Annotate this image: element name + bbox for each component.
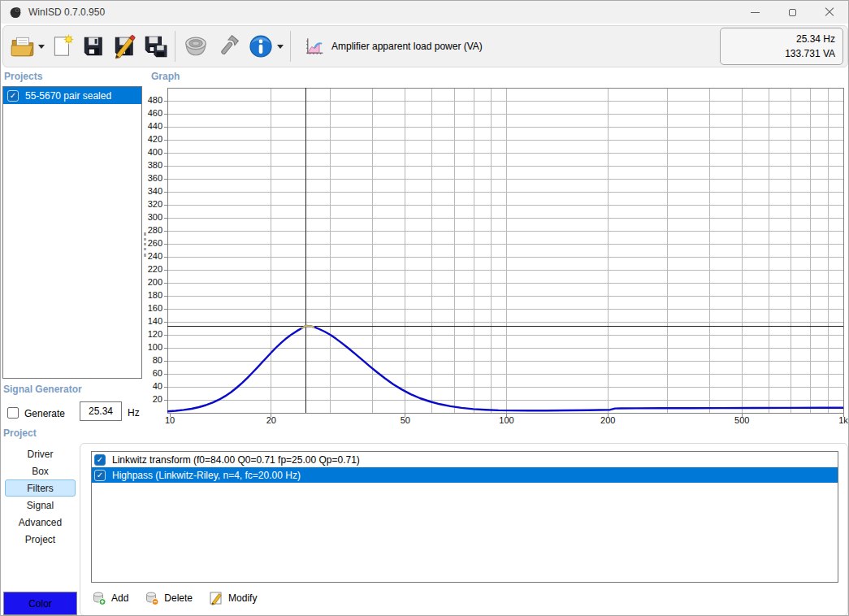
signal-generator-header: Signal Generator bbox=[3, 384, 82, 395]
filters-list[interactable]: ✓Linkwitz transform (f0=84.00 Q0=0.71 fp… bbox=[91, 451, 838, 583]
save-as-icon bbox=[142, 33, 168, 59]
minimize-button[interactable] bbox=[736, 1, 773, 24]
project-header: Project bbox=[3, 427, 37, 439]
driver-database-button[interactable] bbox=[180, 28, 212, 64]
graph-type-selector[interactable]: Amplifier apparent load power (VA) bbox=[301, 28, 486, 64]
graph-header: Graph bbox=[151, 71, 180, 82]
project-row[interactable]: ✓55-5670 pair sealed bbox=[3, 87, 141, 104]
save-icon bbox=[80, 33, 106, 59]
toolbar-separator bbox=[175, 31, 175, 62]
toolbar: Amplifier apparent load power (VA) 25.34… bbox=[2, 25, 848, 67]
open-project-button[interactable] bbox=[7, 28, 47, 64]
add-filter-label: Add bbox=[111, 592, 128, 604]
window-title: WinISD 0.7.0.950 bbox=[28, 7, 105, 18]
save-as-button[interactable] bbox=[140, 28, 171, 64]
filter-row-label: Linkwitz transform (f0=84.00 Q0=0.71 fp=… bbox=[112, 454, 360, 466]
maximize-icon bbox=[789, 9, 796, 16]
maximize-button[interactable] bbox=[773, 1, 811, 24]
add-filter-button[interactable]: Add bbox=[92, 591, 128, 605]
panel-splitter-grip[interactable] bbox=[144, 232, 146, 257]
save-modified-button[interactable] bbox=[109, 28, 140, 64]
filter-actions: Add Delete Modify bbox=[92, 591, 257, 605]
nav-item-advanced[interactable]: Advanced bbox=[5, 514, 76, 531]
toolbar-separator bbox=[290, 31, 291, 62]
nav-item-signal[interactable]: Signal bbox=[5, 497, 76, 514]
nav-item-box[interactable]: Box bbox=[5, 462, 76, 479]
projects-header: Projects bbox=[4, 71, 42, 82]
modify-pencil-icon bbox=[209, 591, 223, 605]
color-button[interactable]: Color bbox=[3, 592, 77, 615]
modify-filter-label: Modify bbox=[228, 592, 257, 604]
projects-list[interactable]: ✓55-5670 pair sealed bbox=[2, 86, 142, 379]
filter-row-label: Highpass (Linkwitz-Riley, n=4, fc=20.00 … bbox=[112, 470, 301, 481]
nav-item-project[interactable]: Project bbox=[5, 531, 76, 548]
save-button[interactable] bbox=[78, 28, 109, 64]
open-dropdown-arrow-icon[interactable] bbox=[38, 45, 45, 49]
color-button-label: Color bbox=[28, 598, 52, 609]
info-dropdown-arrow-icon[interactable] bbox=[277, 45, 284, 49]
winisd-window: WinISD 0.7.0.950 bbox=[0, 0, 849, 616]
project-row-label: 55-5670 pair sealed bbox=[25, 90, 111, 102]
cursor-readout: 25.34 Hz 133.731 VA bbox=[720, 28, 843, 65]
minimize-icon bbox=[751, 12, 760, 13]
info-icon bbox=[247, 33, 275, 60]
window-controls bbox=[736, 1, 848, 24]
speaker-logo-icon bbox=[9, 6, 22, 19]
frequency-input[interactable] bbox=[80, 401, 122, 421]
preferences-wrench-icon bbox=[214, 33, 242, 60]
generate-label: Generate bbox=[24, 408, 65, 419]
close-button[interactable] bbox=[811, 1, 848, 24]
new-project-button[interactable] bbox=[47, 28, 78, 64]
close-icon bbox=[825, 7, 834, 17]
title-bar: WinISD 0.7.0.950 bbox=[1, 1, 848, 24]
delete-filter-label: Delete bbox=[164, 592, 193, 604]
project-checkbox[interactable]: ✓ bbox=[7, 90, 19, 102]
cursor-frequency: 25.34 Hz bbox=[796, 33, 835, 45]
filters-panel: ✓Linkwitz transform (f0=84.00 Q0=0.71 fp… bbox=[80, 443, 848, 616]
graph-type-icon bbox=[305, 37, 324, 56]
save-modified-icon bbox=[111, 33, 137, 59]
generate-checkbox[interactable] bbox=[7, 407, 19, 419]
graph-type-label: Amplifier apparent load power (VA) bbox=[331, 41, 483, 52]
filter-checkbox[interactable]: ✓ bbox=[94, 470, 106, 481]
filter-checkbox[interactable]: ✓ bbox=[94, 454, 106, 466]
new-project-icon bbox=[50, 33, 76, 59]
cursor-value: 133.731 VA bbox=[785, 48, 835, 59]
driver-database-icon bbox=[182, 33, 210, 60]
nav-item-filters[interactable]: Filters bbox=[5, 479, 76, 497]
filter-row[interactable]: ✓Linkwitz transform (f0=84.00 Q0=0.71 fp… bbox=[92, 452, 838, 467]
project-nav: DriverBoxFiltersSignalAdvancedProject bbox=[1, 445, 80, 548]
delete-filter-button[interactable]: Delete bbox=[145, 591, 193, 605]
info-button[interactable] bbox=[245, 28, 286, 64]
preferences-button[interactable] bbox=[212, 28, 245, 64]
graph-plot[interactable] bbox=[159, 83, 847, 424]
delete-database-icon bbox=[145, 591, 159, 605]
filter-row[interactable]: ✓Highpass (Linkwitz-Riley, n=4, fc=20.00… bbox=[92, 467, 838, 483]
add-database-icon bbox=[92, 591, 106, 605]
open-project-icon bbox=[10, 33, 36, 59]
frequency-unit-label: Hz bbox=[128, 407, 140, 419]
modify-filter-button[interactable]: Modify bbox=[209, 591, 257, 605]
nav-item-driver[interactable]: Driver bbox=[5, 445, 76, 462]
